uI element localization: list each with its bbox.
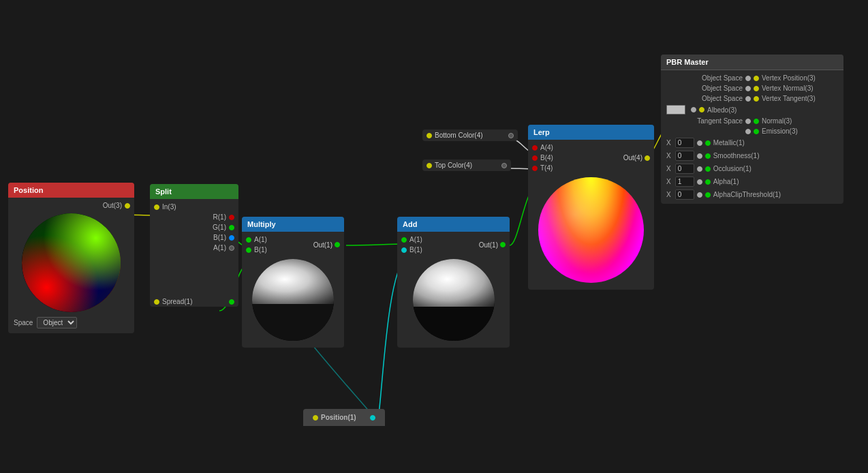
pbr-alpha-out-dot[interactable] — [705, 179, 711, 185]
pbr-normal-row: Tangent Space Normal(3) — [661, 116, 843, 126]
split-b-dot[interactable] — [229, 235, 234, 241]
top-color-header: Top Color(4) — [422, 159, 511, 171]
alphaclip-input[interactable] — [675, 189, 694, 200]
multiply-a-dot[interactable] — [246, 237, 251, 243]
pbr-vertex-tang-out-dot[interactable] — [754, 96, 759, 102]
smoothness-input[interactable] — [675, 151, 694, 161]
bottom-color-node: Bottom Color(4) — [422, 129, 518, 141]
position-space-row: Space Object World View — [8, 315, 134, 331]
top-color-node: Top Color(4) — [422, 159, 511, 171]
pbr-alpha-row: X Alpha(1) — [661, 175, 843, 188]
pbr-smoothness-row: X Smoothness(1) — [661, 149, 843, 162]
add-sphere-preview — [413, 259, 495, 341]
pbr-alphaclip-row: X AlphaClipThreshold(1) — [661, 188, 843, 201]
pbr-vertex-pos-out-dot[interactable] — [754, 76, 759, 81]
alpha-input[interactable] — [675, 177, 694, 187]
bottom-color-dot[interactable] — [427, 133, 432, 138]
lerp-sphere-preview — [538, 177, 644, 283]
space-dropdown[interactable]: Object World View — [37, 317, 77, 329]
pbr-vertex-pos-in-dot[interactable] — [745, 76, 751, 81]
albedo-swatch — [666, 105, 685, 115]
pbr-master-node: PBR Master Object Space Vertex Position(… — [661, 55, 843, 204]
add-node: Add A(1) B(1) Out(1) — [397, 217, 510, 348]
split-in-port[interactable]: In(3) — [150, 202, 238, 212]
lerp-b-port[interactable]: B(4) — [528, 153, 623, 163]
add-a-port[interactable]: A(1) — [397, 234, 479, 245]
position-bottom-dot[interactable] — [313, 415, 318, 421]
pbr-smoothness-out-dot[interactable] — [705, 153, 711, 159]
position-node-header: Position — [8, 183, 134, 198]
pbr-vertex-normal-row: Object Space Vertex Normal(3) — [661, 83, 843, 93]
lerp-a-port[interactable]: A(4) — [528, 142, 623, 153]
split-g-dot[interactable] — [229, 225, 234, 230]
pbr-occlusion-in-dot[interactable] — [697, 166, 702, 172]
pbr-alpha-in-dot[interactable] — [697, 179, 702, 185]
pbr-emission-out-dot[interactable] — [754, 129, 759, 134]
lerp-node: Lerp A(4) B(4) T(4) Out(4) — [528, 125, 654, 290]
add-b-port[interactable]: B(1) — [397, 245, 479, 255]
position-out-dot[interactable] — [125, 203, 130, 209]
pbr-alphaclip-in-dot[interactable] — [697, 192, 702, 198]
pbr-metallic-in-dot[interactable] — [697, 140, 702, 146]
split-spread-dot[interactable] — [154, 299, 159, 305]
add-b-dot[interactable] — [401, 247, 407, 253]
multiply-node-header: Multiply — [242, 217, 344, 232]
pbr-occlusion-row: X Occlusion(1) — [661, 162, 843, 175]
position-out-port[interactable]: Out(3) — [8, 200, 134, 211]
split-spread-port[interactable]: Spread(1) — [150, 296, 238, 307]
top-color-dot[interactable] — [427, 163, 432, 168]
lerp-b-dot[interactable] — [532, 155, 538, 161]
split-r-dot[interactable] — [229, 215, 234, 220]
split-r-port[interactable]: R(1) — [150, 212, 238, 222]
pbr-albedo-in-dot[interactable] — [691, 107, 696, 112]
position-node: Position Out(3) Space Object World View — [8, 183, 134, 333]
pbr-metallic-out-dot[interactable] — [705, 140, 711, 146]
occlusion-input[interactable] — [675, 164, 694, 174]
pbr-vertex-norm-in-dot[interactable] — [745, 86, 751, 91]
multiply-out-dot[interactable] — [335, 242, 340, 247]
split-g-port[interactable]: G(1) — [150, 222, 238, 232]
split-node: Split In(3) R(1) G(1) B(1) A(1) Spread(1… — [150, 184, 238, 307]
lerp-out-dot[interactable] — [645, 155, 650, 161]
top-color-out-dot[interactable] — [501, 163, 507, 168]
add-node-header: Add — [397, 217, 510, 232]
pbr-occlusion-out-dot[interactable] — [705, 166, 711, 172]
pbr-metallic-row: X Metallic(1) — [661, 136, 843, 149]
split-b-port[interactable]: B(1) — [150, 232, 238, 243]
split-a-dot[interactable] — [229, 245, 234, 251]
split-node-header: Split — [150, 184, 238, 199]
pbr-normal-in-dot[interactable] — [745, 119, 751, 124]
pbr-emission-in-dot[interactable] — [745, 129, 751, 134]
position-bottom-node: Position(1) — [303, 409, 385, 426]
position-bottom-out-dot[interactable] — [370, 415, 375, 421]
add-a-dot[interactable] — [401, 237, 407, 243]
split-spread-out-dot[interactable] — [229, 299, 234, 305]
pbr-vertex-norm-out-dot[interactable] — [754, 86, 759, 91]
split-a-port[interactable]: A(1) — [150, 243, 238, 253]
metallic-input[interactable] — [675, 138, 694, 148]
pbr-alphaclip-out-dot[interactable] — [705, 192, 711, 198]
pbr-vertex-tangent-row: Object Space Vertex Tangent(3) — [661, 93, 843, 104]
pbr-vertex-tang-in-dot[interactable] — [745, 96, 751, 102]
split-spread-area: Spread(1) — [150, 296, 238, 307]
pbr-normal-out-dot[interactable] — [754, 119, 759, 124]
add-out-dot[interactable] — [500, 242, 506, 247]
lerp-t-dot[interactable] — [532, 166, 538, 171]
position-preview — [22, 213, 121, 312]
multiply-a-port[interactable]: A(1) — [242, 234, 313, 245]
split-in-dot[interactable] — [154, 204, 159, 210]
lerp-t-port[interactable]: T(4) — [528, 163, 623, 173]
pbr-emission-row: Emission(3) — [661, 126, 843, 136]
pbr-master-header: PBR Master — [661, 55, 843, 70]
multiply-node: Multiply A(1) B(1) Out(1) — [242, 217, 344, 348]
pbr-vertex-position-row: Object Space Vertex Position(3) — [661, 73, 843, 83]
multiply-b-port[interactable]: B(1) — [242, 245, 313, 255]
pbr-smoothness-in-dot[interactable] — [697, 153, 702, 159]
lerp-node-header: Lerp — [528, 125, 654, 140]
pbr-albedo-out-dot[interactable] — [699, 107, 704, 112]
lerp-a-dot[interactable] — [532, 145, 538, 151]
position-bottom-port[interactable]: Position(1) — [309, 412, 379, 423]
multiply-b-dot[interactable] — [246, 247, 251, 253]
pbr-albedo-row: Albedo(3) — [661, 104, 843, 116]
bottom-color-out-dot[interactable] — [508, 133, 514, 138]
